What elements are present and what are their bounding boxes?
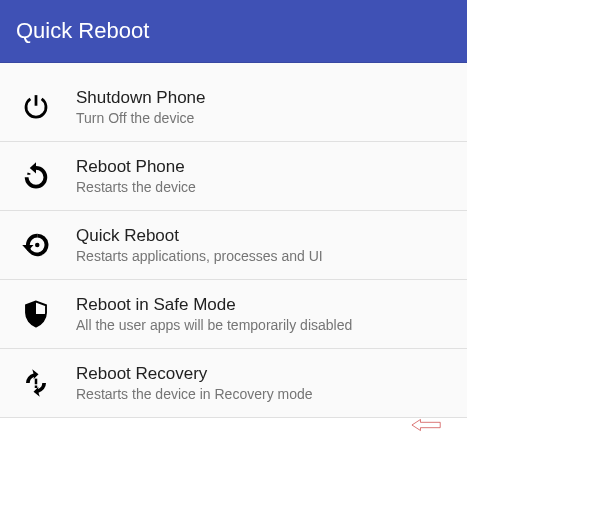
app-container: Quick Reboot Shutdown Phone Turn Off the… [0, 0, 467, 418]
svg-point-1 [35, 243, 40, 248]
svg-rect-3 [35, 386, 38, 389]
options-list: Shutdown Phone Turn Off the device Reboo… [0, 63, 467, 418]
item-subtitle: All the user apps will be temporarily di… [76, 317, 352, 333]
text-wrap: Reboot Phone Restarts the device [76, 157, 196, 195]
item-title: Reboot Recovery [76, 364, 313, 384]
item-title: Quick Reboot [76, 226, 323, 246]
item-title: Shutdown Phone [76, 88, 206, 108]
text-wrap: Quick Reboot Restarts applications, proc… [76, 226, 323, 264]
recovery-icon [16, 363, 56, 403]
restart-icon [16, 156, 56, 196]
text-wrap: Reboot Recovery Restarts the device in R… [76, 364, 313, 402]
item-subtitle: Restarts the device [76, 179, 196, 195]
option-safe-mode[interactable]: Reboot in Safe Mode All the user apps wi… [0, 280, 467, 349]
item-title: Reboot in Safe Mode [76, 295, 352, 315]
text-wrap: Reboot in Safe Mode All the user apps wi… [76, 295, 352, 333]
option-quick-reboot[interactable]: Quick Reboot Restarts applications, proc… [0, 211, 467, 280]
shield-icon [16, 294, 56, 334]
item-subtitle: Restarts applications, processes and UI [76, 248, 323, 264]
item-subtitle: Turn Off the device [76, 110, 206, 126]
option-shutdown-phone[interactable]: Shutdown Phone Turn Off the device [0, 79, 467, 142]
svg-rect-2 [35, 379, 38, 385]
item-title: Reboot Phone [76, 157, 196, 177]
option-reboot-phone[interactable]: Reboot Phone Restarts the device [0, 142, 467, 211]
option-reboot-recovery[interactable]: Reboot Recovery Restarts the device in R… [0, 349, 467, 418]
text-wrap: Shutdown Phone Turn Off the device [76, 88, 206, 126]
power-icon [16, 87, 56, 127]
app-title: Quick Reboot [16, 18, 149, 43]
item-subtitle: Restarts the device in Recovery mode [76, 386, 313, 402]
history-icon [16, 225, 56, 265]
app-header: Quick Reboot [0, 0, 467, 63]
